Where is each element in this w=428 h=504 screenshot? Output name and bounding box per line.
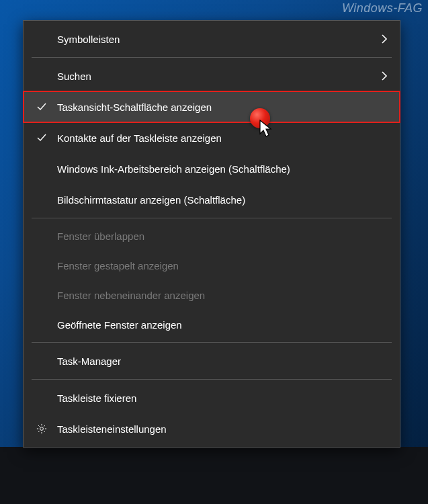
menu-item-label: Taskansicht-Schaltfläche anzeigen	[57, 101, 372, 113]
menu-item-taskbar-settings[interactable]: Taskleisteneinstellungen	[24, 413, 400, 444]
check-icon	[36, 101, 48, 113]
menu-item-label: Fenster überlappen	[57, 230, 372, 242]
menu-item-label: Windows Ink-Arbeitsbereich anzeigen (Sch…	[57, 163, 372, 175]
icon-slot	[36, 101, 57, 113]
menu-item-search[interactable]: Suchen	[24, 60, 400, 91]
menu-item-toolbars[interactable]: Symbolleisten	[24, 24, 400, 54]
chevron-right-icon	[381, 34, 388, 44]
menu-separator	[32, 379, 392, 380]
chevron-right-icon	[381, 71, 388, 81]
watermark-text: Windows-FAG	[342, 1, 423, 15]
taskbar-context-menu: Symbolleisten Suchen Taskansicht-Schaltf…	[23, 20, 400, 448]
menu-item-label: Task-Manager	[57, 355, 372, 367]
menu-item-task-manager[interactable]: Task-Manager	[24, 345, 400, 376]
menu-item-label: Taskleisteneinstellungen	[57, 423, 372, 435]
menu-item-taskview-button[interactable]: Taskansicht-Schaltfläche anzeigen	[24, 91, 400, 122]
menu-item-label: Fenster gestapelt anzeigen	[57, 260, 372, 271]
menu-item-label: Geöffnete Fenster anzeigen	[57, 319, 372, 331]
icon-slot	[36, 132, 57, 144]
menu-item-label: Taskleiste fixieren	[57, 392, 372, 404]
menu-item-touch-keyboard[interactable]: Bildschirmtastatur anzeigen (Schaltfläch…	[24, 184, 400, 215]
menu-item-stacked-windows: Fenster gestapelt anzeigen	[24, 251, 400, 280]
menu-item-label: Suchen	[57, 71, 372, 82]
svg-point-0	[40, 427, 44, 431]
menu-separator	[32, 57, 392, 58]
menu-item-contacts[interactable]: Kontakte auf der Taskleiste anzeigen	[24, 122, 400, 153]
cursor-icon	[259, 120, 274, 138]
menu-item-label: Fenster nebeneinander anzeigen	[57, 290, 372, 301]
gear-icon	[36, 423, 48, 435]
menu-item-ink-workspace[interactable]: Windows Ink-Arbeitsbereich anzeigen (Sch…	[24, 153, 400, 184]
check-icon	[36, 132, 48, 144]
menu-item-lock-taskbar[interactable]: Taskleiste fixieren	[24, 382, 400, 413]
menu-item-cascade-windows: Fenster überlappen	[24, 221, 400, 251]
menu-item-label: Kontakte auf der Taskleiste anzeigen	[57, 132, 372, 144]
icon-slot	[36, 423, 57, 435]
menu-item-label: Bildschirmtastatur anzeigen (Schaltfläch…	[57, 194, 372, 206]
taskbar-background	[0, 447, 428, 504]
menu-item-label: Symbolleisten	[57, 34, 372, 45]
menu-separator	[32, 218, 392, 218]
menu-item-side-by-side-windows: Fenster nebeneinander anzeigen	[24, 280, 400, 310]
menu-item-show-desktop[interactable]: Geöffnete Fenster anzeigen	[24, 310, 400, 339]
submenu-indicator	[372, 71, 388, 81]
submenu-indicator	[372, 34, 388, 44]
menu-separator	[32, 342, 392, 343]
